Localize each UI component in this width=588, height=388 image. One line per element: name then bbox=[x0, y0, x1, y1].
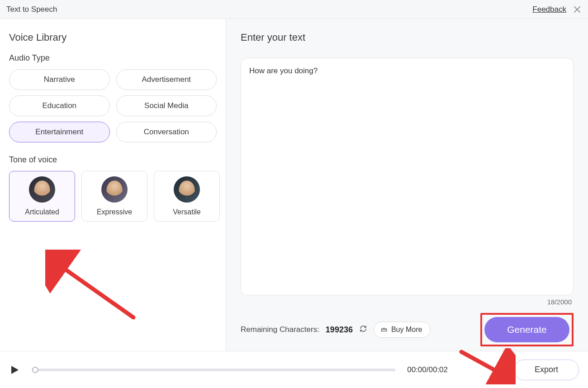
tone-expressive[interactable]: Expressive bbox=[81, 171, 147, 222]
tone-label: Articulated bbox=[25, 208, 59, 216]
tone-articulated[interactable]: Articulated bbox=[9, 171, 75, 222]
avatar-icon bbox=[29, 176, 55, 203]
text-entry-panel: Enter your text 18/2000 Remaining Charac… bbox=[226, 19, 588, 351]
audio-type-heading: Audio Type bbox=[9, 53, 217, 63]
audio-type-label: Social Media bbox=[144, 101, 188, 110]
tone-label: Expressive bbox=[97, 208, 132, 216]
export-label: Export bbox=[535, 365, 558, 374]
play-icon[interactable] bbox=[9, 364, 20, 375]
export-button[interactable]: Export bbox=[514, 360, 579, 380]
remaining-label: Remaining Characters: bbox=[241, 325, 319, 334]
audio-type-grid: Narrative Advertisement Education Social… bbox=[9, 69, 217, 142]
tone-versatile[interactable]: Versatile bbox=[154, 171, 220, 222]
text-input[interactable] bbox=[249, 66, 565, 287]
enter-text-title: Enter your text bbox=[241, 32, 574, 43]
audio-type-label: Education bbox=[42, 101, 76, 110]
text-input-container bbox=[241, 58, 574, 295]
annotation-arrow-icon bbox=[45, 250, 140, 326]
player-bar: 00:00/00:02 Export bbox=[0, 351, 588, 388]
time-display: 00:00/00:02 bbox=[407, 365, 448, 374]
audio-type-conversation[interactable]: Conversation bbox=[116, 122, 217, 142]
char-counter: 18/2000 bbox=[241, 298, 572, 306]
buy-more-label: Buy More bbox=[391, 326, 422, 334]
generate-label: Generate bbox=[507, 324, 547, 335]
audio-type-entertainment[interactable]: Entertainment bbox=[9, 122, 110, 142]
generate-button[interactable]: Generate bbox=[484, 317, 569, 342]
voice-library-title: Voice Library bbox=[9, 32, 217, 43]
close-icon[interactable] bbox=[573, 5, 582, 14]
audio-type-label: Entertainment bbox=[35, 128, 83, 137]
tone-grid: Articulated Expressive Versatile bbox=[9, 171, 217, 222]
audio-type-narrative[interactable]: Narrative bbox=[9, 69, 110, 90]
app-title: Text to Speech bbox=[6, 5, 57, 14]
svg-marker-4 bbox=[11, 366, 19, 374]
voice-library-panel: Voice Library Audio Type Narrative Adver… bbox=[0, 19, 226, 351]
seek-slider[interactable] bbox=[32, 369, 395, 371]
remaining-group: Remaining Characters: 199236 Buy More bbox=[241, 322, 431, 338]
crown-icon bbox=[380, 326, 388, 333]
audio-type-social-media[interactable]: Social Media bbox=[116, 95, 217, 116]
audio-type-label: Conversation bbox=[144, 128, 189, 137]
annotation-highlight-box: Generate bbox=[480, 313, 574, 346]
header-bar: Text to Speech Feedback bbox=[0, 0, 588, 19]
audio-type-advertisement[interactable]: Advertisement bbox=[116, 69, 217, 90]
avatar-icon bbox=[174, 176, 200, 203]
feedback-link[interactable]: Feedback bbox=[532, 5, 566, 14]
header-actions: Feedback bbox=[532, 5, 582, 14]
avatar-icon bbox=[101, 176, 128, 203]
svg-line-3 bbox=[57, 263, 133, 317]
tone-label: Versatile bbox=[173, 208, 200, 216]
remaining-value: 199236 bbox=[326, 325, 353, 335]
audio-type-education[interactable]: Education bbox=[9, 95, 110, 116]
audio-type-label: Advertisement bbox=[142, 75, 191, 84]
audio-type-label: Narrative bbox=[44, 75, 75, 84]
refresh-icon[interactable] bbox=[359, 325, 367, 335]
buy-more-button[interactable]: Buy More bbox=[374, 322, 431, 338]
action-row: Remaining Characters: 199236 Buy More Ge… bbox=[241, 313, 574, 346]
tone-heading: Tone of voice bbox=[9, 155, 217, 165]
seek-thumb[interactable] bbox=[32, 367, 38, 373]
